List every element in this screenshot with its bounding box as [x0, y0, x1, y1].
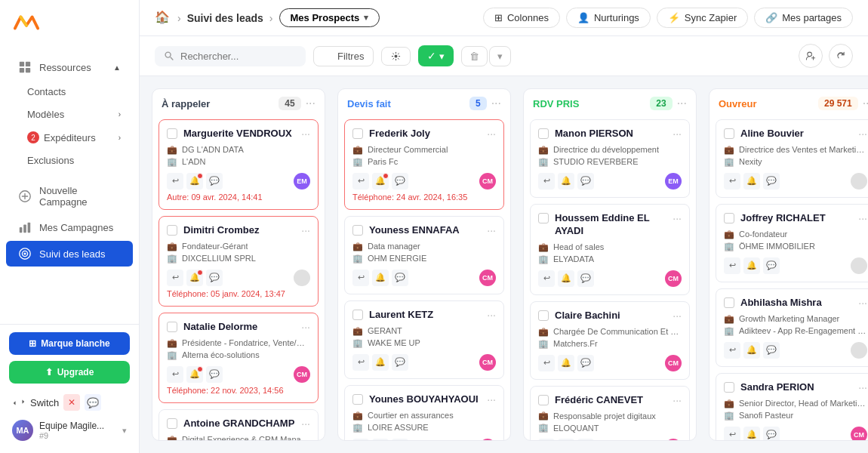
- card-menu-d3[interactable]: ···: [487, 309, 496, 321]
- bell-button[interactable]: 🔔: [558, 439, 574, 440]
- reply-button-d4[interactable]: ↩: [352, 439, 369, 440]
- card-menu-d2[interactable]: ···: [487, 224, 496, 236]
- message-button-o2[interactable]: 💬: [763, 257, 780, 274]
- bell-button[interactable]: 🔔: [372, 354, 389, 371]
- reply-button-d1[interactable]: ↩: [352, 173, 369, 190]
- card-menu-c1[interactable]: ···: [301, 128, 310, 140]
- card-checkbox-d1[interactable]: [352, 128, 363, 139]
- message-button-c3[interactable]: 💬: [206, 366, 223, 383]
- card-menu-r2[interactable]: ···: [673, 212, 682, 224]
- message-button-r2[interactable]: 💬: [577, 270, 594, 287]
- column-more-icon-ouvreur[interactable]: ···: [863, 97, 868, 110]
- card-menu-d4[interactable]: ···: [487, 393, 496, 405]
- card-o2[interactable]: Joffrey RICHALET ··· 💼 Co-fondateur 🏢 ÖH…: [716, 204, 868, 282]
- notif-button[interactable]: 🔔: [186, 270, 203, 286]
- mes-partages-button[interactable]: 🔗 Mes partages: [754, 8, 853, 28]
- message-button-c2[interactable]: 💬: [206, 270, 223, 286]
- marque-blanche-button[interactable]: ⊞ Marque blanche: [9, 332, 130, 355]
- card-checkbox-r2[interactable]: [538, 213, 549, 223]
- bell-button[interactable]: 🔔: [372, 270, 389, 286]
- card-checkbox-c1[interactable]: [167, 128, 177, 139]
- card-menu-o2[interactable]: ···: [858, 212, 867, 224]
- refresh-button[interactable]: [829, 44, 853, 68]
- reply-button-r2[interactable]: ↩: [538, 270, 555, 287]
- card-r4[interactable]: Frédéric CANEVET ··· 💼 Responsable proje…: [530, 386, 690, 440]
- reply-button-o1[interactable]: ↩: [724, 173, 740, 190]
- card-checkbox-d2[interactable]: [352, 225, 363, 236]
- reply-button-o2[interactable]: ↩: [724, 257, 740, 274]
- sidebar-item-nouvelle-campagne[interactable]: Nouvelle Campagne: [6, 179, 133, 214]
- card-checkbox-c4[interactable]: [167, 418, 177, 429]
- card-checkbox-o4[interactable]: [724, 382, 734, 393]
- card-menu-c2[interactable]: ···: [301, 224, 310, 236]
- bell-button[interactable]: 🔔: [743, 173, 760, 190]
- card-c1[interactable]: Marguerite VENDROUX ··· 💼 DG L'ADN DATA …: [159, 119, 319, 210]
- notif-button[interactable]: 🔔: [186, 366, 203, 383]
- reply-button-c1[interactable]: ↩: [167, 173, 183, 190]
- notif-button[interactable]: 🔔: [186, 173, 203, 190]
- card-r3[interactable]: Claire Bachini ··· 💼 Chargée De Communic…: [530, 301, 690, 380]
- card-checkbox-d3[interactable]: [352, 310, 363, 320]
- reply-button-r1[interactable]: ↩: [538, 173, 555, 190]
- card-c4[interactable]: Antoine GRANDCHAMP ··· 💼 Digital Experie…: [159, 409, 319, 440]
- sidebar-item-exclusions[interactable]: Exclusions: [6, 149, 133, 171]
- card-r1[interactable]: Manon PIERSON ··· 💼 Directrice du dévelo…: [530, 119, 690, 198]
- bell-button[interactable]: 🔔: [743, 257, 760, 274]
- card-d4[interactable]: Younes BOUYAHYAOUI ··· 💼 Courtier en ass…: [344, 385, 504, 440]
- card-d1[interactable]: Frederik Joly ··· 💼 Directeur Commercial…: [344, 119, 504, 210]
- card-checkbox-c3[interactable]: [167, 322, 177, 332]
- message-button-c1[interactable]: 💬: [206, 173, 223, 190]
- delete-button[interactable]: 🗑: [461, 46, 488, 66]
- breadcrumb-current-dropdown[interactable]: Mes Prospects ▾: [279, 8, 380, 27]
- message-button-o3[interactable]: 💬: [763, 342, 780, 359]
- card-d3[interactable]: Laurent KETZ ··· 💼 GERANT 🏢 WAKE ME UP ↩…: [344, 300, 504, 379]
- message-button-d2[interactable]: 💬: [392, 270, 408, 286]
- reply-button-c2[interactable]: ↩: [167, 270, 183, 286]
- card-menu-r4[interactable]: ···: [673, 394, 682, 406]
- card-checkbox-c2[interactable]: [167, 225, 177, 236]
- sidebar-item-modeles[interactable]: Modèles ›: [6, 103, 133, 125]
- reply-button-d2[interactable]: ↩: [352, 270, 369, 286]
- reply-button-d3[interactable]: ↩: [352, 354, 369, 371]
- card-o4[interactable]: Sandra PERION ··· 💼 Senior Director, Hea…: [716, 373, 868, 440]
- card-checkbox-o1[interactable]: [724, 128, 734, 139]
- card-menu-o3[interactable]: ···: [858, 297, 867, 309]
- sync-zapier-button[interactable]: ⚡ Sync Zapier: [657, 8, 748, 28]
- card-checkbox-d4[interactable]: [352, 394, 363, 405]
- sidebar-item-mes-campagnes[interactable]: Mes Campagnes: [6, 214, 133, 240]
- nurturings-button[interactable]: 👤 Nurturings: [566, 8, 651, 28]
- bell-button[interactable]: 🔔: [558, 355, 574, 371]
- reply-button-c3[interactable]: ↩: [167, 366, 183, 383]
- reply-button-r3[interactable]: ↩: [538, 355, 555, 371]
- switch-chat-button[interactable]: 💬: [85, 394, 101, 411]
- card-o1[interactable]: Aline Bouvier ··· 💼 Directrice des Vente…: [716, 119, 868, 198]
- sidebar-item-contacts[interactable]: Contacts: [6, 81, 133, 103]
- column-more-icon-devis-fait[interactable]: ···: [491, 97, 501, 110]
- bell-button[interactable]: 🔔: [743, 342, 760, 359]
- card-r2[interactable]: Houssem Eddine EL AYADI ··· 💼 Head of sa…: [530, 204, 690, 295]
- card-menu-c3[interactable]: ···: [301, 321, 310, 333]
- card-menu-o1[interactable]: ···: [858, 128, 867, 140]
- breadcrumb-link-leads[interactable]: Suivi des leads: [187, 12, 263, 24]
- reply-button-r4[interactable]: ↩: [538, 439, 555, 440]
- bell-button[interactable]: 🔔: [558, 173, 574, 190]
- bell-button[interactable]: 🔔: [372, 439, 389, 440]
- home-icon[interactable]: 🏠: [155, 10, 171, 26]
- notif-button[interactable]: 🔔: [372, 173, 389, 190]
- message-button-d3[interactable]: 💬: [392, 354, 408, 371]
- sidebar-item-ressources[interactable]: Ressources ▲: [6, 54, 133, 80]
- sidebar-item-expediteurs[interactable]: 2 Expéditeurs ›: [6, 126, 133, 149]
- delete-dropdown-button[interactable]: ▾: [489, 46, 511, 66]
- bell-button[interactable]: 🔔: [743, 427, 760, 440]
- card-c2[interactable]: Dimitri Crombez ··· 💼 Fondateur-Gérant 🏢…: [159, 216, 319, 307]
- add-button[interactable]: ✓ ▾: [418, 45, 454, 66]
- upgrade-button[interactable]: ⬆ Upgrade: [9, 361, 130, 384]
- card-checkbox-r3[interactable]: [538, 310, 549, 321]
- colonnes-button[interactable]: ⊞ Colonnes: [483, 8, 560, 28]
- card-menu-d1[interactable]: ···: [487, 128, 496, 140]
- message-button-d1[interactable]: 💬: [392, 173, 408, 190]
- card-menu-c4[interactable]: ···: [301, 418, 310, 430]
- column-more-icon-rdv-pris[interactable]: ···: [677, 97, 687, 110]
- reply-button-o3[interactable]: ↩: [724, 342, 740, 359]
- card-menu-r1[interactable]: ···: [673, 128, 682, 140]
